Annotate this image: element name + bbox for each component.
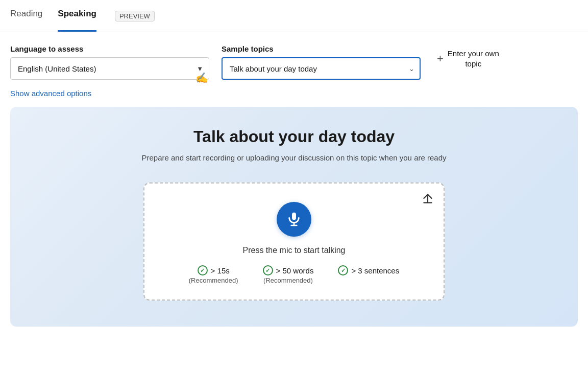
controls-row: Language to assess English (United State… xyxy=(10,44,578,80)
language-field-group: Language to assess English (United State… xyxy=(10,44,209,80)
mic-button[interactable] xyxy=(277,202,311,237)
preview-badge[interactable]: PREVIEW xyxy=(115,11,155,21)
topics-field-group: Sample topics Talk about your day today … xyxy=(222,44,421,80)
topics-select[interactable]: Talk about your day today xyxy=(222,57,421,80)
plus-icon: + xyxy=(437,52,444,65)
req-item-sentences: ✓ > 3 sentences xyxy=(338,265,399,277)
req-item-time: ✓ > 15s (Recommended) xyxy=(189,265,238,284)
topics-select-wrapper: Talk about your day today ⌄ xyxy=(222,57,421,80)
req-time-value: > 15s xyxy=(211,266,230,275)
main-content: Language to assess English (United State… xyxy=(0,32,588,337)
req-time-label: (Recommended) xyxy=(189,277,238,284)
tab-speaking[interactable]: Speaking xyxy=(58,0,96,32)
check-circle-words: ✓ xyxy=(263,265,273,275)
language-select-wrapper: English (United States) ▼ ✍ xyxy=(10,57,209,80)
language-label: Language to assess xyxy=(10,44,209,53)
tab-reading[interactable]: Reading xyxy=(10,0,42,32)
req-sentences-value: > 3 sentences xyxy=(351,266,399,275)
upload-button[interactable] xyxy=(421,192,434,207)
press-mic-text: Press the mic to start talking xyxy=(243,246,346,255)
req-item-words: ✓ > 50 words (Recommended) xyxy=(263,265,314,284)
check-circle-time: ✓ xyxy=(198,265,208,275)
recording-card: Press the mic to start talking ✓ > 15s (… xyxy=(143,182,445,301)
requirements-row: ✓ > 15s (Recommended) ✓ > 50 words (Reco… xyxy=(189,265,399,284)
mic-icon xyxy=(286,211,302,227)
upload-icon xyxy=(421,192,434,205)
topics-label: Sample topics xyxy=(222,44,421,53)
check-circle-sentences: ✓ xyxy=(338,265,348,275)
advanced-options-link[interactable]: Show advanced options xyxy=(10,89,91,98)
content-card: Talk about your day today Prepare and st… xyxy=(10,107,578,327)
svg-rect-2 xyxy=(292,213,296,220)
language-select[interactable]: English (United States) xyxy=(10,57,209,80)
topic-title: Talk about your day today xyxy=(193,127,395,146)
req-words-label: (Recommended) xyxy=(263,277,313,284)
topic-subtitle: Prepare and start recording or uploading… xyxy=(141,153,446,162)
tab-bar: Reading Speaking PREVIEW xyxy=(0,0,588,32)
enter-own-topic-label: Enter your owntopic xyxy=(448,49,499,68)
req-words-value: > 50 words xyxy=(276,266,314,275)
enter-own-topic-button[interactable]: + Enter your owntopic xyxy=(437,49,499,68)
